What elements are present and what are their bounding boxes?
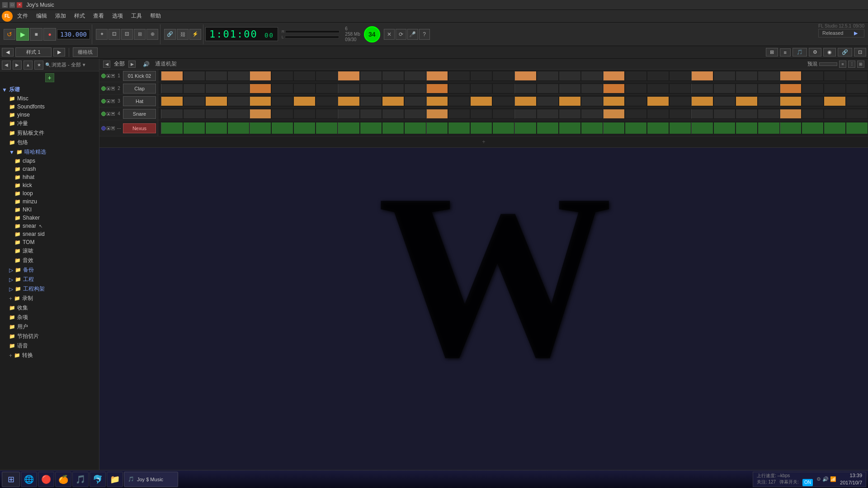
cursor-btn[interactable]: ✦ xyxy=(96,29,108,40)
tree-item-collect[interactable]: 📁 收集 xyxy=(7,303,99,313)
beat-btn[interactable] xyxy=(647,109,669,119)
beat-btn[interactable] xyxy=(559,71,581,81)
menu-help[interactable]: 帮助 xyxy=(146,11,165,21)
pattern-next[interactable]: ▶ xyxy=(53,48,65,56)
beat-btn[interactable] xyxy=(183,109,205,119)
beat-btn[interactable] xyxy=(250,122,272,134)
tree-item-snear-sid[interactable]: 📁 snear sid xyxy=(13,230,99,238)
beat-btn[interactable] xyxy=(293,84,316,94)
beat-btn[interactable] xyxy=(647,96,669,106)
beat-btn[interactable] xyxy=(802,96,824,106)
beat-btn[interactable] xyxy=(780,71,802,81)
on-indicator[interactable]: ON xyxy=(802,479,813,486)
arrow-up-hat[interactable]: ▲ xyxy=(107,99,110,103)
beat-btn[interactable] xyxy=(271,109,293,119)
beat-btn[interactable] xyxy=(338,122,360,134)
tree-item-soundfonts[interactable]: 📁 Soundfonts xyxy=(7,103,99,111)
beat-btn[interactable] xyxy=(360,109,382,119)
beat-btn[interactable] xyxy=(537,96,559,106)
beat-btn[interactable] xyxy=(824,71,846,81)
beat-btn[interactable] xyxy=(293,109,316,119)
arrow-up-kick[interactable]: ▲ xyxy=(107,74,110,78)
beat-btn[interactable] xyxy=(183,84,205,94)
taskbar-icon6[interactable]: 📁 xyxy=(107,472,123,487)
track-name-clap[interactable]: Clap xyxy=(123,84,156,94)
beat-btn[interactable] xyxy=(448,84,470,94)
beat-btn[interactable] xyxy=(316,71,338,81)
beat-btn[interactable] xyxy=(448,96,470,106)
beat-btn[interactable] xyxy=(338,96,360,106)
beat-btn[interactable] xyxy=(669,109,691,119)
beat-btn[interactable] xyxy=(581,71,603,81)
beat-btn[interactable] xyxy=(205,71,227,81)
beat-btn[interactable] xyxy=(514,122,537,134)
tree-item-record[interactable]: + 📁 录制 xyxy=(7,294,99,303)
arrow-up-nexus[interactable]: ▲ xyxy=(107,127,110,130)
track-name-nexus[interactable]: Nexus xyxy=(123,123,156,133)
arrow-down-nexus[interactable]: ▼ xyxy=(111,127,115,130)
beat-btn[interactable] xyxy=(603,96,625,106)
beat-btn[interactable] xyxy=(338,109,360,119)
beat-btn[interactable] xyxy=(846,122,868,134)
beat-btn[interactable] xyxy=(713,96,736,106)
beat-btn[interactable] xyxy=(758,96,780,106)
network-icon[interactable]: 📶 xyxy=(830,476,836,482)
beat-btn[interactable] xyxy=(161,71,183,81)
beat-btn[interactable] xyxy=(271,71,293,81)
mixer-btn[interactable]: ✕ xyxy=(384,29,395,40)
mixer-view-btn[interactable]: ⊞ xyxy=(766,48,778,56)
beat-btn[interactable] xyxy=(691,122,713,134)
beat-btn[interactable] xyxy=(581,84,603,94)
beat-btn[interactable] xyxy=(382,84,404,94)
led-nexus[interactable] xyxy=(101,126,106,131)
loop-btn[interactable]: ↺ xyxy=(4,29,15,40)
plugin-btn1[interactable]: ⟳ xyxy=(396,29,406,40)
beat-btn[interactable] xyxy=(625,71,647,81)
nav-up[interactable]: ▲ xyxy=(24,61,33,70)
beat-btn[interactable] xyxy=(448,122,470,134)
beat-btn[interactable] xyxy=(824,109,846,119)
tree-item-minzu[interactable]: 📁 minzu xyxy=(13,197,99,206)
track-name-hat[interactable]: Hat xyxy=(123,96,156,106)
beat-btn[interactable] xyxy=(205,122,227,134)
nav-back[interactable]: ◀ xyxy=(2,61,11,70)
select-btn[interactable]: ⊞ xyxy=(134,29,146,40)
seq-preview-bar[interactable] xyxy=(819,62,837,66)
beat-btn[interactable] xyxy=(758,71,780,81)
beat-btn[interactable] xyxy=(404,122,426,134)
beat-btn[interactable] xyxy=(603,71,625,81)
nav-bookmark[interactable]: ★ xyxy=(34,61,43,70)
beat-btn[interactable] xyxy=(802,84,824,94)
window-controls[interactable]: _ □ ✕ xyxy=(2,2,23,8)
led-clap[interactable] xyxy=(101,86,106,91)
snap-toggle[interactable]: 🔗 xyxy=(838,48,852,56)
tree-item-nki[interactable]: 📁 NKI xyxy=(13,206,99,214)
tree-item-hihat[interactable]: 📁 hihat xyxy=(13,173,99,181)
tree-section-scores[interactable]: ▼ 乐谱 xyxy=(0,85,99,94)
beat-btn[interactable] xyxy=(780,96,802,106)
beat-btn[interactable] xyxy=(802,109,824,119)
beat-btn[interactable] xyxy=(581,109,603,119)
beat-btn[interactable] xyxy=(758,109,780,119)
arrow-right[interactable]: ▶ xyxy=(854,30,858,36)
beat-btn[interactable] xyxy=(537,109,559,119)
magnet-btn[interactable]: ⚡ xyxy=(189,29,201,40)
beat-btn[interactable] xyxy=(316,96,338,106)
menu-file[interactable]: 文件 xyxy=(14,11,32,21)
beat-btn[interactable] xyxy=(360,84,382,94)
beat-btn[interactable] xyxy=(161,84,183,94)
beat-btn[interactable] xyxy=(205,96,227,106)
beat-btn[interactable] xyxy=(736,122,758,134)
tree-item-misc[interactable]: 📁 Misc xyxy=(7,94,99,103)
menu-options[interactable]: 选项 xyxy=(108,11,127,21)
seq-nav-btn[interactable]: ◀ xyxy=(103,61,110,68)
beat-btn[interactable] xyxy=(691,84,713,94)
beat-btn[interactable] xyxy=(846,96,868,106)
plugin-btn3[interactable]: ? xyxy=(419,29,430,40)
beat-btn[interactable] xyxy=(161,122,183,134)
beat-btn[interactable] xyxy=(846,71,868,81)
led-hat[interactable] xyxy=(101,99,106,103)
sidebar-add-btn[interactable]: + xyxy=(45,73,54,82)
tree-item-project[interactable]: ▷ 📁 工程 xyxy=(7,275,99,284)
master-indicator[interactable]: 34 xyxy=(364,26,380,42)
